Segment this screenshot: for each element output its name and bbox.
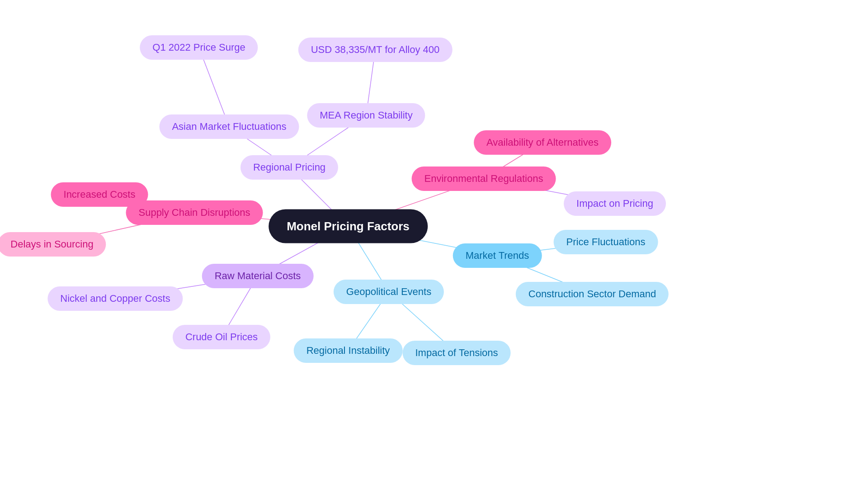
node-delays_sourcing[interactable]: Delays in Sourcing [0,232,106,257]
node-availability_alt[interactable]: Availability of Alternatives [474,130,611,155]
center-node: Monel Pricing Factors [269,209,428,243]
node-supply_chain[interactable]: Supply Chain Disruptions [126,200,263,225]
node-price_fluctuations[interactable]: Price Fluctuations [554,230,658,254]
node-impact_tensions[interactable]: Impact of Tensions [402,341,510,365]
node-crude_oil[interactable]: Crude Oil Prices [173,325,270,349]
node-raw_material[interactable]: Raw Material Costs [202,264,314,288]
node-env_regs[interactable]: Environmental Regulations [412,167,556,191]
node-construction_demand[interactable]: Construction Sector Demand [516,282,669,306]
node-regional_pricing[interactable]: Regional Pricing [241,155,338,180]
connections-svg [0,0,868,490]
node-increased_costs[interactable]: Increased Costs [51,182,148,207]
node-nickel_copper[interactable]: Nickel and Copper Costs [47,286,183,311]
node-mea_stability[interactable]: MEA Region Stability [307,103,425,128]
node-usd_alloy[interactable]: USD 38,335/MT for Alloy 400 [298,38,453,62]
node-q1_surge[interactable]: Q1 2022 Price Surge [140,35,258,60]
node-geopolitical[interactable]: Geopolitical Events [334,280,444,304]
node-impact_pricing[interactable]: Impact on Pricing [564,191,666,216]
node-asian_market[interactable]: Asian Market Fluctuations [159,114,299,139]
node-market_trends[interactable]: Market Trends [453,243,542,268]
mind-map-container: Monel Pricing FactorsQ1 2022 Price Surge… [0,0,868,490]
node-regional_instability[interactable]: Regional Instability [294,338,403,363]
